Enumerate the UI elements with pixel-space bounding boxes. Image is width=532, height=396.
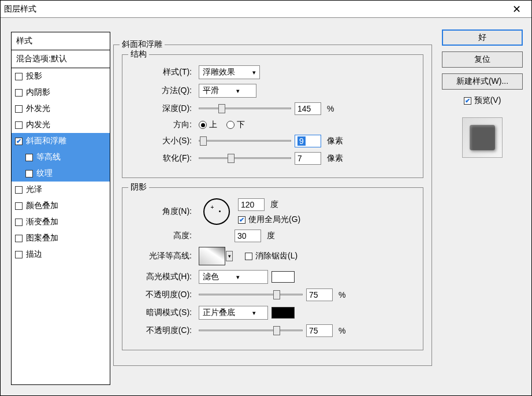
structure-group: 结构 样式(T): 浮雕效果 ▾ 方法(Q): 平滑 ▾ <box>122 54 423 178</box>
style-checkbox[interactable] <box>15 219 23 226</box>
style-item-3[interactable]: 内发光 <box>12 117 110 133</box>
antialias-checkbox[interactable]: 消除锯齿(L) <box>245 251 297 261</box>
size-slider[interactable] <box>199 135 291 147</box>
shadow-mode-select[interactable]: 正片叠底 ▾ <box>199 306 268 320</box>
style-checkbox[interactable] <box>25 154 33 161</box>
depth-slider[interactable] <box>199 103 291 114</box>
preview-checkbox[interactable]: 预览(V) <box>464 95 501 106</box>
cancel-button[interactable]: 复位 <box>442 51 523 68</box>
shadow-opacity-input[interactable]: 75 <box>306 324 333 337</box>
style-checkbox[interactable] <box>15 235 23 242</box>
chevron-down-icon: ▾ <box>226 251 233 261</box>
angle-wheel[interactable]: + <box>203 198 230 225</box>
style-checkbox[interactable] <box>15 251 23 258</box>
altitude-input[interactable]: 30 <box>235 230 261 242</box>
blending-options[interactable]: 混合选项:默认 <box>12 50 110 68</box>
chevron-down-icon: ▾ <box>252 309 256 317</box>
layer-style-dialog: 图层样式 ✕ 样式 混合选项:默认 投影内阴影外发光内发光斜面和浮雕等高线纹理光… <box>0 0 532 396</box>
style-item-1[interactable]: 内阴影 <box>12 84 110 101</box>
style-item-6[interactable]: 纹理 <box>12 165 110 182</box>
angle-label: 角度(N): <box>131 206 192 217</box>
style-checkbox[interactable] <box>15 202 23 210</box>
style-label: 光泽 <box>26 184 42 195</box>
style-value: 浮雕效果 <box>203 67 235 77</box>
highlight-mode-select[interactable]: 滤色 ▾ <box>199 270 268 284</box>
direction-label: 方向: <box>131 120 192 130</box>
shading-legend: 阴影 <box>128 182 149 193</box>
size-input[interactable]: 9 <box>295 135 321 147</box>
global-light-checkbox[interactable]: 使用全局光(G) <box>238 214 300 225</box>
styles-panel: 样式 混合选项:默认 投影内阴影外发光内发光斜面和浮雕等高线纹理光泽颜色叠加渐变… <box>11 32 110 385</box>
style-label: 样式(T): <box>131 67 192 77</box>
main-panel: 斜面和浮雕 结构 样式(T): 浮雕效果 ▾ 方法(Q): 平滑 <box>113 28 432 387</box>
gloss-contour-picker[interactable]: ▾ <box>199 247 225 265</box>
angle-unit: 度 <box>270 199 278 210</box>
content: 样式 混合选项:默认 投影内阴影外发光内发光斜面和浮雕等高线纹理光泽颜色叠加渐变… <box>1 18 531 395</box>
style-label: 描边 <box>26 249 42 260</box>
ok-button[interactable]: 好 <box>442 29 523 46</box>
depth-label: 深度(D): <box>131 103 192 114</box>
chevron-down-icon: ▾ <box>236 87 240 95</box>
shadow-color-swatch[interactable] <box>271 307 295 319</box>
bevel-section: 斜面和浮雕 结构 样式(T): 浮雕效果 ▾ 方法(Q): 平滑 <box>113 45 432 366</box>
structure-legend: 结构 <box>128 49 149 60</box>
soften-unit: 像素 <box>327 153 343 164</box>
style-item-0[interactable]: 投影 <box>12 68 110 84</box>
shadow-mode-label: 暗调模式(S): <box>131 308 192 318</box>
style-item-9[interactable]: 渐变叠加 <box>12 214 110 230</box>
opacity-unit2: % <box>338 326 345 335</box>
style-item-4[interactable]: 斜面和浮雕 <box>12 133 110 149</box>
soften-slider[interactable] <box>199 153 291 164</box>
style-checkbox[interactable] <box>25 170 33 177</box>
style-item-10[interactable]: 图案叠加 <box>12 230 110 246</box>
right-panel: 好 复位 新建样式(W)... 预览(V) <box>439 29 526 158</box>
style-checkbox[interactable] <box>15 105 23 113</box>
style-label: 图案叠加 <box>26 233 58 243</box>
close-icon[interactable]: ✕ <box>505 3 528 16</box>
direction-down-radio[interactable]: 下 <box>226 120 245 130</box>
style-checkbox[interactable] <box>15 121 23 129</box>
depth-unit: % <box>327 104 334 113</box>
style-label: 投影 <box>26 71 42 82</box>
highlight-opacity-input[interactable]: 75 <box>306 288 333 301</box>
highlight-color-swatch[interactable] <box>271 271 295 283</box>
style-label: 等高线 <box>36 152 61 162</box>
technique-select[interactable]: 平滑 ▾ <box>199 84 256 98</box>
soften-input[interactable]: 7 <box>295 152 321 165</box>
angle-input[interactable]: 120 <box>238 198 265 211</box>
highlight-opacity-slider[interactable] <box>199 289 303 301</box>
style-checkbox[interactable] <box>15 138 23 145</box>
technique-value: 平滑 <box>203 86 219 96</box>
shadow-opacity-slider[interactable] <box>199 325 303 336</box>
size-label: 大小(S): <box>131 136 192 146</box>
technique-label: 方法(Q): <box>131 86 192 96</box>
section-title: 斜面和浮雕 <box>120 39 165 50</box>
styles-header[interactable]: 样式 <box>12 32 110 50</box>
styles-list: 投影内阴影外发光内发光斜面和浮雕等高线纹理光泽颜色叠加渐变叠加图案叠加描边 <box>12 68 110 262</box>
style-checkbox[interactable] <box>15 89 23 97</box>
titlebar: 图层样式 ✕ <box>1 1 531 18</box>
style-item-8[interactable]: 颜色叠加 <box>12 198 110 214</box>
preview-thumbnail <box>462 117 503 158</box>
direction-up-radio[interactable]: 上 <box>199 120 217 130</box>
altitude-label: 高度: <box>131 231 192 241</box>
style-label: 渐变叠加 <box>26 217 58 227</box>
soften-label: 软化(F): <box>131 153 192 164</box>
style-item-5[interactable]: 等高线 <box>12 149 110 165</box>
chevron-down-icon: ▾ <box>236 273 240 281</box>
shading-group: 阴影 角度(N): + 120 度 使用全局光(G) <box>122 187 423 350</box>
style-label: 外发光 <box>26 103 50 114</box>
style-checkbox[interactable] <box>15 73 23 80</box>
window-title: 图层样式 <box>4 4 505 14</box>
style-checkbox[interactable] <box>15 186 23 194</box>
shadow-mode-value: 正片叠底 <box>203 308 235 318</box>
style-item-2[interactable]: 外发光 <box>12 101 110 117</box>
highlight-mode-label: 高光模式(H): <box>131 272 192 282</box>
style-select[interactable]: 浮雕效果 ▾ <box>199 65 260 79</box>
style-label: 颜色叠加 <box>26 201 58 211</box>
style-label: 内发光 <box>26 120 50 130</box>
new-style-button[interactable]: 新建样式(W)... <box>442 73 523 90</box>
style-item-7[interactable]: 光泽 <box>12 182 110 198</box>
depth-input[interactable]: 145 <box>295 102 321 115</box>
style-item-11[interactable]: 描边 <box>12 246 110 262</box>
